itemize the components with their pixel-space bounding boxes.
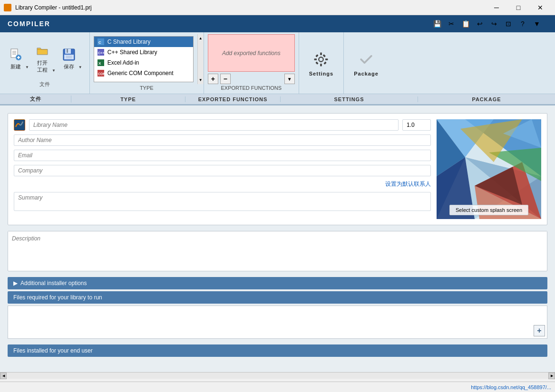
open-icon: [35, 43, 50, 58]
horizontal-scrollbar[interactable]: ◀ ▶: [0, 372, 555, 379]
save-arrow-icon: ▼: [78, 45, 83, 72]
toolbar-row: 新建 ▼ 打开工程 ▼: [0, 32, 555, 94]
description-textarea[interactable]: [8, 231, 547, 269]
svg-text:COM: COM: [98, 72, 104, 76]
type-item-c-shared[interactable]: C C Shared Library: [94, 37, 193, 47]
default-contact-row: 设置为默认联系人: [14, 180, 431, 188]
toolbar-right-icons: 💾 ✂ 📋 ↩ ↪ ⊡ ? ▼: [427, 17, 547, 30]
h-scroll-left[interactable]: ◀: [0, 373, 7, 379]
open-label: 打开工程: [37, 59, 48, 74]
file-section: 新建 ▼ 打开工程 ▼: [0, 32, 90, 94]
toolbar-labels: 文件 TYPE EXPORTED FUNCTIONS SETTINGS PACK…: [0, 94, 555, 105]
package-section: Package: [344, 32, 389, 94]
additional-installer-label: Additional installer options: [20, 280, 87, 287]
settings-gear-icon: [312, 50, 331, 69]
svg-text:C: C: [98, 40, 101, 45]
file-buttons: 新建 ▼ 打开工程 ▼: [6, 36, 84, 81]
library-name-input[interactable]: [29, 119, 399, 131]
h-scroll-right[interactable]: ▶: [548, 373, 555, 379]
minimize-button[interactable]: ─: [486, 0, 507, 15]
default-contact-link[interactable]: 设置为默认联系人: [385, 181, 431, 187]
info-form: 设置为默认联系人: [14, 119, 431, 219]
package-label: Package: [354, 71, 379, 76]
summary-input[interactable]: [14, 192, 431, 211]
maximize-button[interactable]: □: [507, 0, 529, 15]
version-input[interactable]: [402, 119, 431, 131]
svg-text:C++: C++: [98, 51, 104, 55]
type-item-cpp-shared[interactable]: C++ C++ Shared Library: [94, 47, 193, 57]
new-icon: [8, 47, 23, 62]
open-button-split[interactable]: 打开工程 ▼: [32, 41, 57, 76]
files-required-add-button[interactable]: +: [534, 325, 545, 336]
files-required-section: Files required for your library to run: [8, 291, 547, 304]
cut-icon-btn[interactable]: ✂: [445, 17, 458, 30]
exported-functions-placeholder: Add exported functions: [218, 46, 284, 60]
help-icon-btn[interactable]: ?: [516, 17, 529, 30]
type-section: C C Shared Library C++ C++ Shared Lib: [90, 32, 204, 94]
save-icon: [61, 47, 77, 62]
save-icon-btn[interactable]: 💾: [430, 17, 444, 30]
settings-button[interactable]: Settings: [301, 34, 341, 92]
new-button-split[interactable]: 新建 ▼: [6, 45, 30, 73]
type-item-com[interactable]: COM Generic COM Component: [94, 68, 193, 78]
splash-screen-button[interactable]: Select custom splash screen: [449, 205, 528, 215]
exported-functions-box[interactable]: Add exported functions: [208, 34, 295, 72]
undo-icon-btn[interactable]: ↩: [473, 17, 487, 30]
save-label: 保存: [64, 63, 74, 70]
bottom-url: https://blog.csdn.net/qq_458897/...: [471, 384, 551, 390]
c-shared-icon: C: [97, 38, 105, 46]
svg-rect-30: [316, 61, 319, 64]
type-item-excel[interactable]: X Excel Add-in: [94, 57, 193, 68]
package-check-icon: [357, 50, 376, 69]
type-scroll-up[interactable]: ▲: [199, 36, 203, 40]
function-arrow-button[interactable]: ▼: [284, 74, 295, 84]
type-label-cell: TYPE: [71, 96, 185, 102]
save-button-split[interactable]: 保存 ▼: [59, 45, 84, 73]
library-name-row: [14, 119, 431, 131]
email-input[interactable]: [14, 150, 431, 161]
compiler-title: COMPILER: [8, 20, 50, 28]
exported-functions-section: Add exported functions + − ▼ EXPORTED FU…: [204, 32, 299, 94]
add-function-button[interactable]: +: [208, 74, 218, 84]
matlab-logo-icon: [14, 119, 25, 131]
title-bar: Library Compiler - untitled1.prj ─ □ ✕: [0, 0, 555, 15]
new-button-main: 新建: [6, 45, 25, 72]
type-scroll-down[interactable]: ▼: [199, 78, 203, 82]
files-required-label: Files required for your library to run: [13, 294, 102, 301]
svg-rect-12: [66, 56, 72, 58]
svg-rect-26: [325, 58, 328, 60]
splash-background: Select custom splash screen: [437, 119, 541, 219]
close-button[interactable]: ✕: [529, 0, 551, 15]
files-installed-label: Files installed for your end user: [13, 347, 93, 354]
window-title: Library Compiler - untitled1.prj: [15, 4, 482, 11]
svg-rect-10: [67, 49, 68, 53]
save-button-main: 保存: [59, 45, 78, 72]
package-button[interactable]: Package: [346, 34, 387, 92]
file-section-label: 文件: [39, 81, 50, 90]
type-dropdown[interactable]: C C Shared Library C++ C++ Shared Lib: [94, 36, 194, 82]
layout-icon-btn[interactable]: ⊡: [502, 17, 515, 30]
excel-icon: X: [97, 59, 105, 67]
svg-rect-27: [316, 54, 319, 57]
svg-rect-28: [324, 61, 327, 64]
description-box: [8, 231, 547, 271]
remove-function-button[interactable]: −: [220, 74, 231, 84]
toolbar-area: COMPILER 💾 ✂ 📋 ↩ ↪ ⊡ ? ▼: [0, 15, 555, 105]
window-controls: ─ □ ✕: [486, 0, 551, 15]
author-name-input[interactable]: [14, 134, 431, 146]
settings-section: Settings: [299, 32, 344, 94]
settings-label: Settings: [309, 71, 333, 76]
company-input[interactable]: [14, 165, 431, 176]
type-label-cpp-shared: C++ Shared Library: [107, 49, 157, 56]
svg-marker-0: [4, 4, 11, 10]
svg-text:X: X: [98, 61, 101, 66]
menu-arrow-btn[interactable]: ▼: [530, 17, 544, 30]
additional-installer-section[interactable]: ▶ Additional installer options: [8, 277, 547, 289]
package-label-cell: PACKAGE: [418, 96, 555, 102]
type-scrollbar[interactable]: ▲ ▼: [197, 34, 204, 84]
redo-icon-btn[interactable]: ↪: [487, 17, 501, 30]
main-content: 设置为默认联系人: [0, 105, 555, 372]
type-label-c-shared: C Shared Library: [107, 38, 151, 45]
copy-icon-btn[interactable]: 📋: [459, 17, 472, 30]
file-label-cell: 文件: [0, 96, 71, 103]
